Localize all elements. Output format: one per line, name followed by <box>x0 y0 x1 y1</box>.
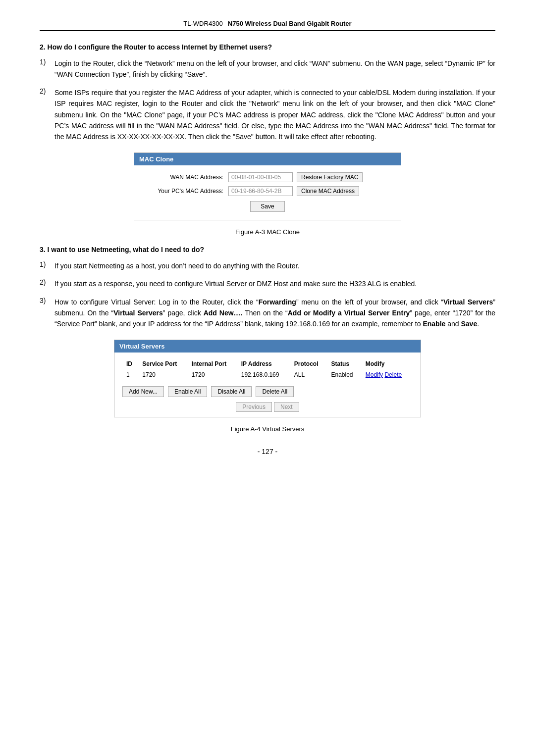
clone-mac-address-button[interactable]: Clone MAC Address <box>297 186 359 196</box>
product-title: N750 Wireless Dual Band Gigabit Router <box>228 20 352 27</box>
virtual-servers-box: Virtual Servers ID Service Port Internal… <box>114 340 421 417</box>
disable-all-button[interactable]: Disable All <box>211 386 252 397</box>
q3-item-2-text: If you start as a response, you need to … <box>54 278 495 289</box>
vs-button-row: Add New... Enable All Disable All Delete… <box>122 386 413 397</box>
col-id: ID <box>122 358 138 369</box>
add-new-button[interactable]: Add New... <box>122 386 164 397</box>
mac-clone-caption: Figure A-3 MAC Clone <box>40 228 495 236</box>
col-protocol: Protocol <box>290 358 327 369</box>
mac-clone-body: WAN MAC Address: Restore Factory MAC You… <box>134 165 401 220</box>
q3-item-1-text: If you start Netmeeting as a host, you d… <box>54 260 495 271</box>
q3-item-3: 3) How to configure Virtual Server: Log … <box>40 297 495 330</box>
virtual-servers-header: Virtual Servers <box>114 340 421 353</box>
question-2-number: 2. <box>40 43 46 51</box>
wan-mac-label: WAN MAC Address: <box>144 174 223 181</box>
q2-item-1-num: 1) <box>40 58 54 66</box>
delete-link[interactable]: Delete <box>384 371 402 378</box>
cell-status: Enabled <box>327 369 361 380</box>
wan-mac-row: WAN MAC Address: Restore Factory MAC <box>144 172 391 182</box>
cell-service-port: 1720 <box>138 369 187 380</box>
col-status: Status <box>327 358 361 369</box>
wan-mac-input[interactable] <box>228 172 293 182</box>
page-header: TL-WDR4300 N750 Wireless Dual Band Gigab… <box>40 20 495 31</box>
pc-mac-label: Your PC's MAC Address: <box>144 188 223 195</box>
col-modify: Modify <box>362 358 413 369</box>
pc-mac-input[interactable] <box>228 186 293 196</box>
cell-internal-port: 1720 <box>188 369 237 380</box>
restore-factory-mac-button[interactable]: Restore Factory MAC <box>297 172 363 182</box>
cell-ip-address: 192.168.0.169 <box>237 369 290 380</box>
pc-mac-row: Your PC's MAC Address: Clone MAC Address <box>144 186 391 196</box>
table-row: 1 1720 1720 192.168.0.169 ALL Enabled Mo… <box>122 369 413 380</box>
virtual-servers-body: ID Service Port Internal Port IP Address… <box>114 353 421 417</box>
question-2-block: 2. How do I configure the Router to acce… <box>40 43 495 143</box>
cell-id: 1 <box>122 369 138 380</box>
q2-item-1-text: Login to the Router, click the “Network”… <box>54 58 495 80</box>
q3-item-3-text: How to configure Virtual Server: Log in … <box>54 297 495 330</box>
table-header-row: ID Service Port Internal Port IP Address… <box>122 358 413 369</box>
next-button[interactable]: Next <box>274 402 299 412</box>
q3-item-1: 1) If you start Netmeeting as a host, yo… <box>40 260 495 271</box>
q3-item-2: 2) If you start as a response, you need … <box>40 278 495 289</box>
q2-item-2-text: Some ISPs require that you register the … <box>54 87 495 143</box>
col-internal-port: Internal Port <box>188 358 237 369</box>
mac-save-row: Save <box>144 201 391 212</box>
modify-link[interactable]: Modify <box>366 371 383 378</box>
mac-clone-box: MAC Clone WAN MAC Address: Restore Facto… <box>134 152 401 220</box>
mac-save-button[interactable]: Save <box>250 201 284 212</box>
vs-nav-row: Previous Next <box>122 402 413 412</box>
delete-all-button[interactable]: Delete All <box>256 386 294 397</box>
question-3-title: 3. I want to use Netmeeting, what do I n… <box>40 246 495 253</box>
mac-clone-header: MAC Clone <box>134 153 401 165</box>
cell-protocol: ALL <box>290 369 327 380</box>
virtual-servers-table: ID Service Port Internal Port IP Address… <box>122 358 413 380</box>
previous-button[interactable]: Previous <box>236 402 272 412</box>
q2-item-2: 2) Some ISPs require that you register t… <box>40 87 495 143</box>
question-3-block: 3. I want to use Netmeeting, what do I n… <box>40 246 495 330</box>
q3-item-2-num: 2) <box>40 278 54 286</box>
enable-all-button[interactable]: Enable All <box>168 386 207 397</box>
virtual-servers-caption: Figure A-4 Virtual Servers <box>40 425 495 433</box>
col-ip-address: IP Address <box>237 358 290 369</box>
q2-item-1: 1) Login to the Router, click the “Netwo… <box>40 58 495 80</box>
q3-item-1-num: 1) <box>40 260 54 268</box>
cell-modify: Modify Delete <box>362 369 413 380</box>
page-number: - 127 - <box>40 448 495 455</box>
model-number: TL-WDR4300 <box>183 20 222 27</box>
question-2-title: 2. How do I configure the Router to acce… <box>40 43 495 51</box>
q2-item-2-num: 2) <box>40 87 54 95</box>
col-service-port: Service Port <box>138 358 187 369</box>
question-3-number: 3. <box>40 246 46 253</box>
q3-item-3-num: 3) <box>40 297 54 304</box>
